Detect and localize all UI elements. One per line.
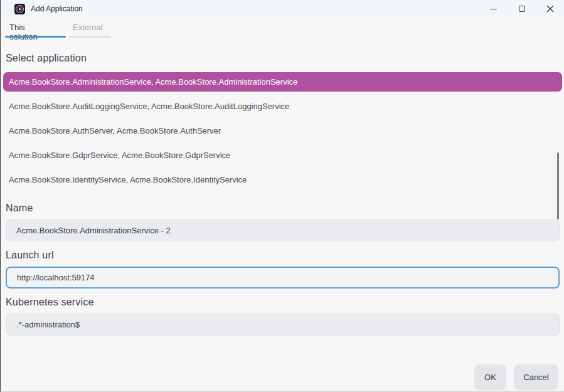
application-list-item[interactable]: Acme.BookStore.AuthServer, Acme.BookStor… (3, 121, 562, 140)
name-input[interactable] (6, 220, 560, 241)
window-controls (479, 0, 564, 18)
close-button[interactable] (536, 0, 564, 18)
tab-inactive-indicator (68, 36, 110, 38)
tab-this-solution[interactable]: This solution (9, 23, 38, 41)
application-list-item[interactable]: Acme.BookStore.GdprService, Acme.BookSto… (3, 146, 562, 165)
abp-logo-icon (14, 4, 25, 14)
titlebar: Add Application (1, 0, 564, 18)
launch-url-label: Launch url (6, 250, 54, 261)
minimize-button[interactable] (479, 0, 508, 18)
tab-active-indicator (5, 36, 66, 38)
window-title: Add Application (31, 4, 83, 13)
application-list-item[interactable]: Acme.BookStore.AdministrationService, Ac… (3, 72, 562, 92)
kubernetes-service-label: Kubernetes service (6, 297, 94, 308)
select-application-heading: Select application (6, 53, 87, 64)
tab-external[interactable]: External (73, 23, 103, 32)
maximize-icon (519, 6, 525, 12)
maximize-button[interactable] (508, 0, 536, 18)
list-scrollbar[interactable] (557, 152, 559, 220)
minimize-icon (490, 9, 497, 9)
name-label: Name (6, 203, 33, 214)
application-list-item[interactable]: Acme.BookStore.AuditLoggingService, Acme… (3, 97, 562, 116)
application-list-item[interactable]: Acme.BookStore.IdentityService, Acme.Boo… (3, 170, 562, 189)
ok-button[interactable]: OK (474, 364, 506, 390)
cancel-button[interactable]: Cancel (514, 364, 558, 390)
close-icon (546, 5, 554, 13)
launch-url-input[interactable] (6, 267, 560, 289)
kubernetes-service-input[interactable] (6, 314, 560, 336)
add-application-dialog: Add Application This solution External S… (0, 0, 564, 392)
